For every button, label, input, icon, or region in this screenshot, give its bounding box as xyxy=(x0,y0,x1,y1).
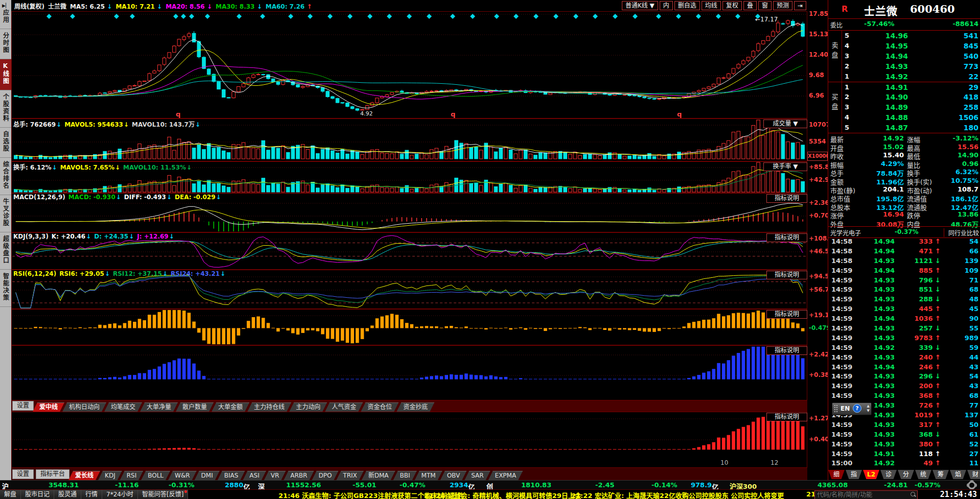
toolbar-button-内[interactable]: 内 xyxy=(660,1,673,10)
tab-EXPMA[interactable]: EXPMA xyxy=(488,471,523,480)
buy-level-row[interactable]: 114.9129 xyxy=(842,82,980,92)
indicator-help-button[interactable]: 指标说明 xyxy=(766,413,807,421)
turnover-dropdown-button[interactable]: 换手率 ▼ xyxy=(763,162,807,171)
quote-tab-分[interactable]: 分 xyxy=(898,470,914,479)
sidebar-item-综合排名[interactable]: 综合排名 xyxy=(0,158,11,195)
sidebar-item-分时图[interactable]: 分时图 xyxy=(0,29,11,59)
tab-BIAS[interactable]: BIAS xyxy=(218,471,245,480)
trade-row: 14:5914.94885 ↑109 xyxy=(828,266,980,276)
indicator-help-button[interactable]: 指标说明 xyxy=(766,310,807,319)
tab-DMI[interactable]: DMI xyxy=(195,471,220,480)
tab-主力动向[interactable]: 主力动向 xyxy=(289,402,327,412)
quote-tab-诊[interactable]: 诊 xyxy=(880,470,897,479)
tab-MTM[interactable]: MTM xyxy=(415,471,442,480)
sell-level-row[interactable]: 114.9222 xyxy=(842,72,980,82)
tab-散户数量[interactable]: 散户数量 xyxy=(176,402,214,412)
tab-ASI[interactable]: ASI xyxy=(243,471,266,480)
toolbar-button-⇥[interactable]: ⇥ xyxy=(794,1,806,10)
quote-tab-L2[interactable]: L2 xyxy=(863,470,879,479)
input-method-toolbar[interactable]: EN ? ▲▼ xyxy=(832,402,872,415)
sidebar-item-K线图[interactable]: K线图 xyxy=(0,59,11,90)
sell-level-row[interactable]: 514.96541 xyxy=(842,31,980,41)
quote-tab-筹[interactable]: 筹 xyxy=(932,470,949,479)
toolbar-button-窗[interactable]: 窗 xyxy=(758,1,772,10)
stock-search-box[interactable] xyxy=(814,490,918,499)
news-item[interactable]: 21:22 宏达矿业: 上海晟天瑜22亿收购公司控股股东 公司实控人将变更 xyxy=(571,490,784,499)
tab-均笔成交[interactable]: 均笔成交 xyxy=(104,402,142,412)
toolbar-button-普通K线 ▼[interactable]: 普通K线 ▼ xyxy=(622,1,658,10)
indicator-help-button[interactable]: 指标说明 xyxy=(766,233,807,242)
tab-大单金额[interactable]: 大单金额 xyxy=(212,402,249,412)
gear-icon[interactable] xyxy=(968,481,976,489)
tab-新DMA[interactable]: 新DMA xyxy=(362,471,395,480)
quote-tab-统[interactable]: 统 xyxy=(915,470,931,479)
tab-VR[interactable]: VR xyxy=(264,471,286,480)
news-item[interactable]: 21:24 证监会: 奇精机械、横河模具可转债29日上会 xyxy=(424,490,581,499)
tab-设置[interactable]: 设置 xyxy=(12,401,34,411)
volume-dropdown-button[interactable]: 成交量 ▼ xyxy=(763,120,807,128)
sell-level-row[interactable]: 414.95845 xyxy=(842,41,980,51)
sidebar-item-牛叉诊股[interactable]: 牛叉诊股 xyxy=(0,195,11,232)
trade-row: 14:5814.94333 ↑54 xyxy=(828,237,980,247)
tab-BOLL[interactable]: BOLL xyxy=(141,471,170,480)
sidebar-item-自选股[interactable]: 自选股 xyxy=(0,128,11,158)
tab-KDJ[interactable]: KDJ xyxy=(98,471,122,480)
search-icon[interactable] xyxy=(911,492,915,496)
buy-level-row[interactable]: 514.87180 xyxy=(842,123,980,133)
tab-机构日动向[interactable]: 机构日动向 xyxy=(62,402,106,412)
tab-DPO[interactable]: DPO xyxy=(312,471,338,480)
tab-RSI[interactable]: RSI xyxy=(120,471,144,480)
drag-handle-icon[interactable] xyxy=(834,405,838,413)
tab-OBV[interactable]: OBV xyxy=(440,471,467,480)
tab-资金抄底[interactable]: 资金抄底 xyxy=(396,402,434,412)
buy-level-row[interactable]: 414.881506 xyxy=(842,112,980,123)
quote-tab-焰[interactable]: 焰 xyxy=(950,470,966,479)
tab-人气资金[interactable]: 人气资金 xyxy=(325,402,363,412)
svg-text:10: 10 xyxy=(720,459,728,466)
indicator-help-button[interactable]: 指标说明 xyxy=(766,194,807,203)
tab-指标平台[interactable]: 指标平台 xyxy=(36,469,69,479)
industry-compare-button[interactable]: 同行业比较 xyxy=(944,228,979,237)
tab-爱中线[interactable]: 爱中线 xyxy=(33,402,64,412)
tab-SAR[interactable]: SAR xyxy=(464,471,490,480)
tab-TRIX[interactable]: TRIX xyxy=(336,471,363,480)
quote-tab-财[interactable]: 财 xyxy=(967,470,980,479)
sell-level-row[interactable]: 314.94540 xyxy=(842,51,980,61)
menu-股市日记[interactable]: 股市日记 xyxy=(21,490,54,499)
toolbar-button-预测[interactable]: 预测 xyxy=(773,1,792,10)
toolbar-button-叠[interactable]: 叠 xyxy=(743,1,757,10)
buy-level-row[interactable]: 214.90418 xyxy=(842,92,980,102)
tab-W&R[interactable]: W&R xyxy=(168,471,197,480)
ime-spinner-icon[interactable]: ▲▼ xyxy=(867,404,870,413)
toolbar-button-删自选[interactable]: 删自选 xyxy=(674,1,700,10)
sidebar-item-个股资料[interactable]: 个股资料 xyxy=(0,90,11,128)
sidebar-item-应用[interactable]: ▶▏应用 xyxy=(0,0,11,29)
tab-BBI[interactable]: BBI xyxy=(393,471,417,480)
quote-tab-细[interactable]: 细 xyxy=(828,470,845,479)
toolbar-button-均线[interactable]: 均线 xyxy=(702,1,721,10)
sidebar-item-超级盘口[interactable]: 超级盘口 xyxy=(0,232,11,270)
tab-资金仓位[interactable]: 资金仓位 xyxy=(361,402,399,412)
tab-主力持仓线[interactable]: 主力持仓线 xyxy=(247,402,291,412)
indicator-header-segment: DIFF: -0.493 xyxy=(124,194,166,201)
tab-设置[interactable]: 设置 xyxy=(12,469,34,479)
menu-智能问答[反馈][interactable]: 智能问答[反馈] xyxy=(138,490,188,499)
tick-trade-list[interactable]: 14:5814.94333 ↑5414:5814.94471 ↑6614:581… xyxy=(828,237,980,469)
tab-ARBR[interactable]: ARBR xyxy=(284,471,314,480)
tab-爱长线[interactable]: 爱长线 xyxy=(68,471,100,480)
buy-level-row[interactable]: 314.89258 xyxy=(842,102,980,112)
quote-tab-指[interactable]: 指 xyxy=(846,470,862,479)
search-input[interactable] xyxy=(816,491,908,499)
indicator-help-button[interactable]: 指标说明 xyxy=(766,346,807,355)
menu-解盘[interactable]: 解盘 xyxy=(0,490,21,499)
index-value: -0.31% xyxy=(169,481,195,489)
menu-7*24小时[interactable]: 7*24小时 xyxy=(102,490,138,499)
menu-行情[interactable]: 行情 xyxy=(81,490,102,499)
tab-大单净量[interactable]: 大单净量 xyxy=(140,402,178,412)
ime-help-icon[interactable]: ? xyxy=(853,404,861,413)
sell-level-row[interactable]: 214.93773 xyxy=(842,61,980,72)
menu-股灵通[interactable]: 股灵通 xyxy=(54,490,81,499)
toolbar-button-复权[interactable]: 复权 xyxy=(722,1,742,10)
indicator-help-button[interactable]: 指标说明 xyxy=(766,271,807,279)
sidebar-item-智能决策[interactable]: 智能决策 xyxy=(0,270,11,307)
